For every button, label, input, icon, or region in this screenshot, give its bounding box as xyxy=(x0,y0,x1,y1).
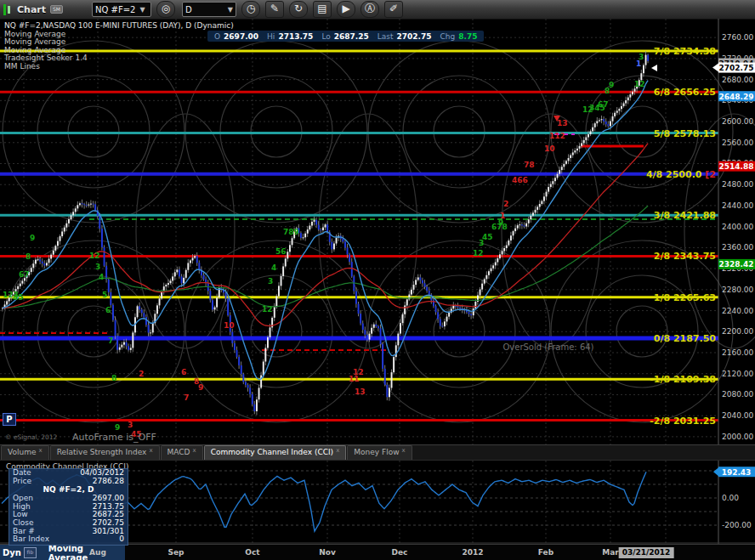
candle-body xyxy=(536,206,538,209)
candle-body xyxy=(57,241,59,246)
seeker-count: 3 xyxy=(268,277,273,286)
candle-body xyxy=(303,237,304,238)
mm-label--1/8: -1/8 2109.38 xyxy=(650,374,716,385)
candle-body xyxy=(203,275,205,280)
study-legend: NQ #F=2,NASDAQ 100 E-MINI FUTURES (DAY),… xyxy=(4,22,234,71)
candle-body xyxy=(185,270,187,278)
tab-relative-strength-index[interactable]: Relative Strength Indexx xyxy=(50,445,160,461)
candle-body xyxy=(373,325,375,328)
candle-body xyxy=(422,280,423,283)
interval-input[interactable]: D ▼ xyxy=(182,2,236,17)
tab-close-icon[interactable]: x xyxy=(336,447,339,454)
mm-label-7/8: 7/8 2734.38 xyxy=(654,46,716,57)
candle-body xyxy=(408,295,410,300)
candle-body xyxy=(132,332,133,348)
seeker-count: 7 xyxy=(184,393,189,402)
tab-macd[interactable]: MACDx xyxy=(161,445,203,461)
candle-body xyxy=(474,302,476,308)
symbol-input[interactable]: NQ #F=2 ▼ xyxy=(92,2,151,17)
axis-price-marker-text: 2514.88 xyxy=(719,162,754,171)
change-label: Chg xyxy=(440,32,456,41)
pencil-icon[interactable]: ✎ xyxy=(265,1,284,18)
candle-body xyxy=(99,216,100,229)
candle-body xyxy=(46,263,48,265)
eraser-icon[interactable]: ✐ xyxy=(384,1,403,18)
candle-body xyxy=(470,314,472,316)
cci-tick: 0.00 xyxy=(722,494,739,502)
refresh-icon[interactable]: ↻ xyxy=(289,1,308,18)
tab-close-icon[interactable]: x xyxy=(149,447,152,454)
candle-body xyxy=(616,110,618,112)
candle-body xyxy=(612,116,614,122)
candle-body xyxy=(83,204,85,205)
low-label: Lo xyxy=(321,32,330,41)
candle-body xyxy=(249,387,251,393)
candle-body xyxy=(77,205,78,208)
candle-body xyxy=(510,235,512,240)
tab-close-icon[interactable]: x xyxy=(38,447,42,454)
candle-body xyxy=(618,109,620,110)
candle-body xyxy=(568,158,570,161)
candle-body xyxy=(282,266,284,275)
candle-body xyxy=(326,224,328,232)
candle-body xyxy=(227,299,229,316)
ma-mid-red xyxy=(3,144,648,326)
candle-body xyxy=(128,346,129,350)
candle-body xyxy=(256,399,258,411)
clock-icon[interactable]: ◷ xyxy=(241,1,260,18)
quote-strip: O2697.00 Hi2713.75 Lo2687.25 Last2702.75… xyxy=(207,31,484,42)
candle-body xyxy=(318,224,320,229)
low-value: 2687.25 xyxy=(334,32,369,41)
seeker-count: 12 xyxy=(473,249,484,257)
candle-body xyxy=(167,283,169,285)
candle-body xyxy=(627,98,629,100)
candle-body xyxy=(596,121,598,123)
cursor-mode-label[interactable]: Dyn xyxy=(3,548,21,557)
target-icon[interactable]: ◎ xyxy=(156,1,175,18)
tab-close-icon[interactable]: x xyxy=(402,447,406,454)
candle-body xyxy=(145,317,147,325)
candle-body xyxy=(647,55,649,61)
fib-tool-icon[interactable]: fib xyxy=(24,547,37,558)
candle-body xyxy=(550,184,552,187)
time-axis: Dyn fib Moving Average AugSepOctNovDec20… xyxy=(0,544,755,560)
mm-label-0/8: 0/8 2187.50 xyxy=(654,333,717,344)
tooltip-row: Price2786.28 xyxy=(9,478,128,486)
gann-circle xyxy=(68,106,119,157)
seeker-count: 2 xyxy=(503,200,508,208)
tab-label: Relative Strength Index xyxy=(57,448,147,456)
autotrade-icon[interactable]: Ⓐ xyxy=(360,1,379,18)
candle-body xyxy=(37,259,39,260)
candle-body xyxy=(360,314,361,323)
candle-body xyxy=(446,317,448,322)
candle-body xyxy=(355,291,357,304)
candle-body xyxy=(253,404,255,411)
candle-body xyxy=(258,387,260,399)
seeker-count: 789 xyxy=(283,228,299,236)
note-icon[interactable]: ▤ xyxy=(313,1,332,18)
candle-body xyxy=(448,313,450,317)
candle-body xyxy=(75,208,77,212)
candle-body xyxy=(112,305,114,320)
candle-body xyxy=(488,271,490,275)
pointer-mode-badge[interactable]: P xyxy=(3,413,16,426)
play-icon[interactable]: ▶ xyxy=(337,1,355,18)
indicator-tabbar: VolumexRelative Strength IndexxMACDxComm… xyxy=(0,444,755,461)
candle-body xyxy=(260,376,262,388)
candle-body xyxy=(50,255,52,259)
tab-commodity-channel-index-cci-[interactable]: Commodity Channel Index (CCI)x xyxy=(204,445,347,461)
price-tick: 2360.00 xyxy=(722,243,753,252)
candle-body xyxy=(274,307,275,318)
price-chart[interactable]: 1234567891234567893452689710123456789121… xyxy=(0,19,755,444)
main-chart-panel[interactable]: 1234567891234567893452689710123456789121… xyxy=(0,19,755,444)
candle-body xyxy=(35,260,37,264)
chevron-down-icon[interactable]: ▼ xyxy=(228,6,233,14)
candle-body xyxy=(216,297,218,307)
tab-volume[interactable]: Volumex xyxy=(1,445,49,461)
candle-body xyxy=(417,277,419,280)
candle-body xyxy=(382,344,383,369)
tab-close-icon[interactable]: x xyxy=(193,447,196,454)
tab-money-flow[interactable]: Money Flowx xyxy=(347,445,412,461)
chevron-down-icon[interactable]: ▼ xyxy=(139,6,145,14)
candle-body xyxy=(610,122,611,127)
